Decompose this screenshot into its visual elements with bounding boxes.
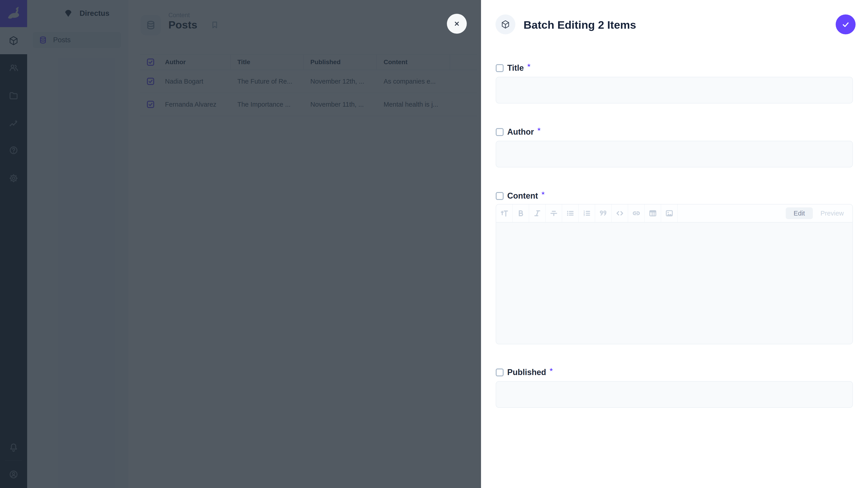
toolbar-spacer [678, 204, 786, 222]
field-label-text: Title [507, 63, 524, 73]
published-input[interactable] [496, 381, 853, 408]
image-icon[interactable] [661, 204, 678, 222]
italic-icon[interactable] [529, 204, 546, 222]
required-marker: ★ [541, 191, 545, 196]
table-icon[interactable] [645, 204, 661, 222]
code-icon[interactable] [612, 204, 628, 222]
link-icon[interactable] [628, 204, 645, 222]
bold-icon[interactable] [513, 204, 529, 222]
drawer-title: Batch Editing 2 Items [524, 19, 636, 31]
field-label-text: Author [507, 127, 534, 137]
field-label-published: Published ★ [496, 368, 553, 377]
field-label-text: Published [507, 367, 546, 377]
required-marker: ★ [537, 127, 541, 132]
author-input[interactable] [496, 141, 853, 167]
editor-toolbar: Edit Preview [496, 204, 852, 223]
drawer-header-icon [495, 14, 515, 34]
tab-preview[interactable]: Preview [820, 210, 844, 217]
numbered-list-icon[interactable] [579, 204, 595, 222]
batch-edit-drawer: Batch Editing 2 Items Title ★ Author ★ C… [481, 0, 868, 488]
strikethrough-icon[interactable] [546, 204, 562, 222]
tab-edit[interactable]: Edit [786, 207, 813, 219]
close-icon [452, 19, 462, 29]
box-icon [500, 20, 510, 29]
field-label-content: Content ★ [496, 192, 545, 200]
field-label-text: Content [507, 191, 538, 201]
heading-icon[interactable] [496, 204, 513, 222]
field-label-title: Title ★ [496, 64, 531, 72]
content-textarea[interactable] [496, 223, 852, 344]
required-marker: ★ [527, 63, 531, 68]
bulleted-list-icon[interactable] [562, 204, 579, 222]
batch-toggle-checkbox[interactable] [496, 192, 504, 200]
title-input[interactable] [496, 77, 853, 103]
save-button[interactable] [836, 14, 856, 34]
field-label-author: Author ★ [496, 128, 541, 136]
check-icon [840, 19, 851, 30]
content-editor: Edit Preview [496, 204, 853, 344]
batch-toggle-checkbox[interactable] [496, 64, 504, 72]
batch-toggle-checkbox[interactable] [496, 368, 504, 377]
blockquote-icon[interactable] [595, 204, 612, 222]
required-marker: ★ [549, 367, 553, 372]
drawer-close-button[interactable] [447, 14, 467, 34]
batch-toggle-checkbox[interactable] [496, 128, 504, 136]
